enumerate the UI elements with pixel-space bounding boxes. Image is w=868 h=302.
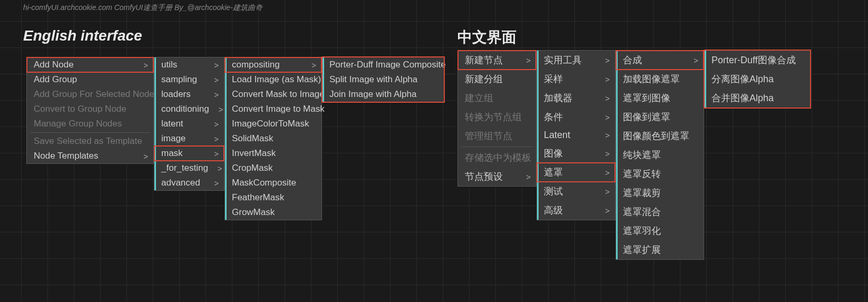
menu-item[interactable]: 加载图像遮罩: [616, 70, 704, 89]
menu-item-label: 管理组节点: [465, 130, 512, 142]
context-menu-cn-1[interactable]: 新建节点>新建分组建立组转换为节点组管理组节点存储选中为模板节点预设>: [457, 50, 537, 187]
menu-item[interactable]: 遮罩扩展: [616, 240, 704, 259]
menu-item[interactable]: Node Templates>: [27, 149, 153, 163]
menu-item[interactable]: Latent>: [537, 126, 615, 144]
chevron-right-icon: >: [605, 94, 610, 103]
chevron-right-icon: >: [694, 56, 698, 65]
menu-item-label: Load Image (as Mask): [232, 74, 321, 85]
watermark-text: hi-comfyUI.archcookie.com ComfyUI速查手册 By…: [23, 3, 262, 13]
menu-item[interactable]: 加载器>: [537, 89, 615, 108]
menu-item[interactable]: loaders>: [154, 87, 224, 102]
menu-item-label: 建立组: [465, 92, 493, 104]
context-menu-en-2[interactable]: utils>sampling>loaders>conditioning>late…: [154, 57, 225, 191]
chevron-right-icon: >: [214, 149, 219, 158]
menu-item[interactable]: conditioning>: [154, 102, 224, 116]
menu-item[interactable]: 实用工具>: [537, 51, 615, 70]
menu-item[interactable]: MaskComposite: [225, 176, 321, 190]
menu-item[interactable]: 遮罩混合: [616, 202, 704, 221]
menu-item[interactable]: compositing>: [225, 57, 321, 72]
menu-item[interactable]: 纯块遮罩: [616, 145, 704, 164]
menu-item[interactable]: utils>: [154, 57, 224, 72]
menu-item[interactable]: Add Node>: [27, 57, 153, 72]
menu-item[interactable]: Add Group: [27, 72, 153, 87]
menu-item-label: 合成: [623, 54, 642, 66]
menu-item[interactable]: 条件>: [537, 108, 615, 126]
menu-item[interactable]: 新建分组: [458, 70, 536, 89]
menu-item: Convert to Group Node: [27, 102, 153, 116]
menu-item[interactable]: 图像>: [537, 144, 615, 163]
menu-item[interactable]: SolidMask: [225, 131, 321, 146]
menu-item-label: CropMask: [232, 163, 272, 173]
menu-item[interactable]: Join Image with Alpha: [323, 87, 444, 102]
context-menu-en-3[interactable]: compositing>Load Image (as Mask)Convert …: [225, 57, 322, 220]
menu-item-label: Porter-Duff Image Composite: [329, 60, 446, 70]
menu-item[interactable]: 遮罩>: [537, 163, 615, 182]
chevron-right-icon: >: [605, 75, 610, 84]
chevron-right-icon: >: [219, 105, 223, 114]
menu-item[interactable]: Convert Mask to Image: [225, 87, 321, 102]
chevron-right-icon: >: [214, 179, 219, 188]
menu-item[interactable]: GrowMask: [225, 205, 321, 220]
menu-item-label: 条件: [544, 111, 563, 123]
menu-item[interactable]: Split Image with Alpha: [323, 72, 444, 87]
menu-item[interactable]: Load Image (as Mask): [225, 72, 321, 87]
menu-item[interactable]: 合成>: [616, 51, 704, 70]
menu-item[interactable]: mask>: [154, 146, 224, 161]
menu-item-label: 遮罩混合: [623, 206, 661, 218]
menu-item-label: latent: [161, 119, 183, 129]
chevron-right-icon: >: [214, 61, 219, 70]
menu-item[interactable]: ImageColorToMask: [225, 116, 321, 131]
menu-item[interactable]: _for_testing>: [154, 161, 224, 176]
menu-item[interactable]: 节点预设>: [458, 167, 536, 186]
menu-item-label: 纯块遮罩: [623, 149, 661, 161]
menu-item[interactable]: 图像颜色到遮罩: [616, 126, 704, 145]
menu-item-label: 遮罩: [544, 166, 563, 179]
menu-item-label: Convert to Group Node: [34, 104, 126, 114]
menu-item[interactable]: CropMask: [225, 161, 321, 176]
context-menu-cn-3[interactable]: 合成>加载图像遮罩遮罩到图像图像到遮罩图像颜色到遮罩纯块遮罩遮罩反转遮罩裁剪遮罩…: [616, 50, 704, 260]
context-menu-cn-4[interactable]: Porter-Duff图像合成分离图像Alpha合并图像Alpha: [704, 50, 811, 108]
menu-item[interactable]: 分离图像Alpha: [705, 70, 810, 89]
menu-item[interactable]: 遮罩裁剪: [616, 183, 704, 202]
menu-item-label: Split Image with Alpha: [329, 74, 417, 85]
menu-item[interactable]: Porter-Duff图像合成: [705, 51, 810, 70]
menu-separator: [30, 132, 150, 133]
menu-item-label: 遮罩羽化: [623, 225, 661, 237]
menu-item[interactable]: 遮罩到图像: [616, 89, 704, 108]
menu-item-label: 高级: [544, 204, 563, 217]
context-menu-en-4[interactable]: Porter-Duff Image CompositeSplit Image w…: [322, 57, 444, 102]
menu-item[interactable]: image>: [154, 131, 224, 146]
menu-item[interactable]: latent>: [154, 116, 224, 131]
menu-item[interactable]: 高级>: [537, 201, 615, 220]
menu-item[interactable]: 图像到遮罩: [616, 108, 704, 126]
menu-item-label: 转换为节点组: [465, 111, 522, 123]
menu-item-label: image: [161, 133, 186, 144]
menu-item-label: Latent: [544, 130, 570, 141]
menu-item[interactable]: Convert Image to Mask: [225, 102, 321, 116]
menu-item-label: conditioning: [161, 104, 209, 114]
menu-item[interactable]: FeatherMask: [225, 190, 321, 205]
menu-item-label: 图像颜色到遮罩: [623, 130, 689, 142]
menu-item-label: sampling: [161, 74, 197, 85]
menu-item[interactable]: InvertMask: [225, 146, 321, 161]
menu-item[interactable]: 测试>: [537, 182, 615, 201]
menu-item-label: advanced: [161, 178, 200, 188]
chevron-right-icon: >: [214, 90, 219, 99]
menu-item[interactable]: 新建节点>: [458, 51, 536, 70]
chevron-right-icon: >: [143, 61, 148, 70]
chevron-right-icon: >: [605, 206, 610, 215]
menu-item-label: Porter-Duff图像合成: [711, 54, 796, 66]
chevron-right-icon: >: [605, 187, 610, 196]
context-menu-cn-2[interactable]: 实用工具>采样>加载器>条件>Latent>图像>遮罩>测试>高级>: [537, 50, 616, 220]
menu-item[interactable]: sampling>: [154, 72, 224, 87]
context-menu-en-1[interactable]: Add Node>Add GroupAdd Group For Selected…: [26, 57, 154, 164]
menu-item[interactable]: 采样>: [537, 70, 615, 89]
menu-item[interactable]: 合并图像Alpha: [705, 89, 810, 108]
menu-item[interactable]: 遮罩反转: [616, 164, 704, 183]
menu-item-label: Convert Mask to Image: [232, 89, 325, 100]
menu-item[interactable]: 遮罩羽化: [616, 221, 704, 240]
menu-item[interactable]: advanced>: [154, 176, 224, 190]
menu-item-label: SolidMask: [232, 133, 273, 144]
menu-item-label: 图像: [544, 147, 563, 160]
menu-item[interactable]: Porter-Duff Image Composite: [323, 57, 444, 72]
